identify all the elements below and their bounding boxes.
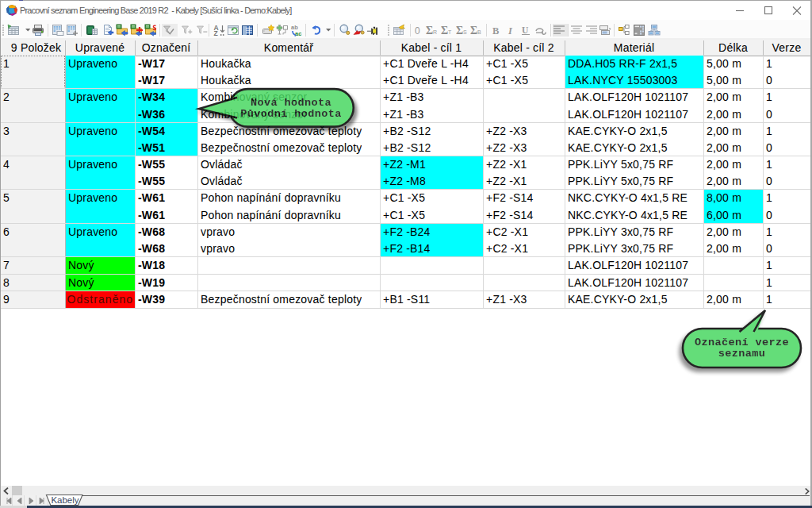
svg-text:seznamu: seznamu [718, 348, 766, 360]
svg-text:T: T [448, 29, 452, 35]
svg-text:Označení verze: Označení verze [695, 337, 789, 348]
svg-text:Σ: Σ [456, 25, 463, 37]
svg-text:B: B [492, 25, 499, 37]
svg-text:R: R [433, 29, 437, 35]
svg-text:U: U [522, 25, 529, 35]
svg-text:Σ: Σ [441, 25, 448, 37]
svg-text:I: I [508, 25, 513, 37]
svg-text:Původní hodnota: Původní hodnota [240, 108, 342, 120]
svg-text:B: B [477, 29, 481, 35]
svg-text:Σ: Σ [426, 25, 433, 37]
svg-text:0: 0 [415, 25, 420, 37]
svg-text:Z: Z [214, 29, 218, 37]
svg-text:S: S [463, 29, 467, 35]
svg-text:Nová hodnota: Nová hodnota [251, 97, 331, 109]
svg-text:Σ: Σ [470, 25, 477, 37]
